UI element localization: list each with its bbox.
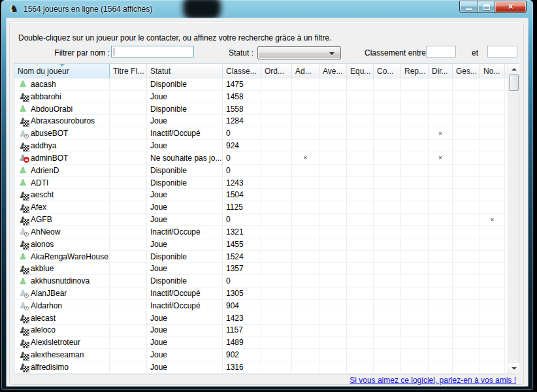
column-header-statut[interactable]: Statut	[147, 64, 223, 78]
pawn-playing-icon: ♟	[18, 325, 28, 335]
ranking-label: Classement entre	[365, 48, 426, 57]
player-name: AGFB	[31, 215, 52, 224]
close-button[interactable]: ✕	[495, 1, 527, 13]
column-header-titre[interactable]: Titre FI...	[110, 64, 147, 78]
column-header-no[interactable]: No...	[480, 64, 505, 78]
player-status: Disponible	[150, 105, 187, 114]
pawn-playing-icon: ♟	[18, 190, 28, 200]
column-header-equ[interactable]: Equ...	[347, 64, 374, 78]
table-row[interactable]: ♟abuseBOTInactif/Occupé0×	[14, 127, 519, 140]
pawn-available-icon: ♟	[18, 252, 28, 261]
scroll-up-button[interactable]	[508, 64, 519, 74]
player-rating: 0	[226, 154, 231, 163]
minimize-icon	[466, 8, 472, 10]
status-dropdown[interactable]	[257, 46, 341, 59]
column-header-label: Statut	[150, 67, 171, 76]
ranking-min-input[interactable]	[426, 46, 456, 57]
table-header: Nom du joueurTitre FI...StatutClasse...O…	[14, 64, 519, 78]
column-header-classe[interactable]: Classe...	[223, 64, 261, 78]
table-row[interactable]: ♟ADTIDisponible1243	[14, 177, 519, 189]
minimize-button[interactable]	[459, 1, 478, 13]
chess-knight-icon: ♞	[10, 3, 18, 14]
chessboard-badge-icon	[24, 146, 29, 151]
table-row[interactable]: ♟alfredisimoJoue1316	[14, 361, 519, 374]
table-row[interactable]: ♟akblueJoue1357	[14, 263, 519, 275]
chessboard-badge-icon	[24, 244, 29, 249]
table-row[interactable]: ♟AfexJoue1125	[14, 201, 519, 214]
table-row[interactable]: ♟AhNeowInactif/Occupé1321	[14, 226, 519, 238]
table-row[interactable]: ♟AdrienDDisponible0	[14, 165, 519, 177]
scroll-down-button[interactable]	[508, 363, 519, 374]
vertical-scrollbar[interactable]	[508, 64, 519, 374]
player-status: Joue	[150, 203, 167, 212]
table-row[interactable]: ♟addhyaJoue924	[14, 140, 519, 152]
table-row[interactable]: ♟AkaRengaWareHouseDisponible1524	[14, 251, 519, 263]
player-rating: 1284	[226, 116, 244, 125]
table-row[interactable]: ♟aeschtJoue1504	[14, 189, 519, 201]
close-icon: ✕	[508, 1, 513, 12]
player-rating: 904	[226, 301, 239, 310]
table-row[interactable]: ♟adminBOTNe souhaite pas jo...0××	[14, 152, 519, 165]
column-header-dir[interactable]: Dir...	[429, 64, 453, 78]
sort-indicator-icon	[59, 64, 65, 67]
table-row[interactable]: ♟AlanJBearInactif/Occupé1305	[14, 287, 519, 300]
player-status: Joue	[150, 190, 167, 199]
table-row[interactable]: ♟AbraxasouroburosJoue1284	[14, 115, 519, 127]
table-row[interactable]: ♟AldarhonInactif/Occupé904	[14, 300, 519, 312]
player-rating: 1157	[226, 325, 243, 335]
player-status: Ne souhaite pas jo...	[150, 154, 221, 163]
column-header-label: Titre FI...	[113, 67, 144, 76]
pawn-playing-icon: ♟	[18, 350, 28, 360]
table-row[interactable]: ♟abbarohiJoue1458	[14, 91, 519, 103]
player-rating: 0	[226, 276, 231, 286]
player-status: Disponible	[150, 178, 187, 188]
table-row[interactable]: ♟akkhusnutdinovaDisponible0	[14, 275, 519, 287]
x-mark: ×	[304, 154, 308, 161]
share-link[interactable]: Si vous aimez ce logiciel, parlez-en à v…	[350, 376, 516, 385]
table-row[interactable]: ♟alecastJoue1423	[14, 312, 519, 325]
column-header-co[interactable]: Co...	[374, 64, 401, 78]
column-header-ord[interactable]: Ord...	[261, 64, 292, 78]
player-status: Inactif/Occupé	[150, 289, 201, 298]
pawn-inactive-icon: ♟	[18, 288, 28, 298]
column-header-ad[interactable]: Ad...	[292, 64, 319, 78]
player-name: akkhusnutdinova	[31, 276, 90, 286]
title-bar[interactable]: ♞ 1564 joueurs en ligne (1564 affichés)	[1, 0, 533, 18]
table-row[interactable]: ♟alelocoJoue1157	[14, 325, 519, 337]
ranking-max-input[interactable]	[487, 46, 517, 57]
player-rating: 0	[226, 166, 231, 175]
pawn-playing-icon: ♟	[18, 239, 28, 249]
player-rating: 1504	[226, 190, 244, 199]
table-row[interactable]: ♟AlexisletroteurJoue1489	[14, 336, 519, 349]
table-row[interactable]: ♟AbdouOrabiDisponible1558	[14, 103, 519, 116]
column-header-ges[interactable]: Ges...	[453, 64, 480, 78]
chessboard-badge-icon	[24, 121, 29, 126]
player-status: Joue	[150, 314, 167, 323]
chessboard-badge-icon	[24, 207, 29, 212]
player-rating: 1489	[226, 338, 244, 347]
table-row[interactable]: ♟aionosJoue1455	[14, 238, 519, 251]
pawn-available-icon: ♟	[18, 276, 28, 286]
player-status: Joue	[150, 141, 167, 150]
pawn-playing-icon: ♟	[18, 116, 28, 126]
table-row[interactable]: ♟alextheseamanJoue902	[14, 349, 519, 361]
chessboard-badge-icon	[24, 367, 29, 372]
scrollbar-thumb[interactable]	[509, 74, 519, 91]
pawn-playing-icon: ♟	[18, 362, 28, 372]
column-header-ave[interactable]: Ave...	[319, 64, 347, 78]
column-header-rep[interactable]: Rep...	[401, 64, 429, 78]
table-row[interactable]: ♟aacashDisponible1475	[14, 78, 519, 91]
player-name: addhya	[31, 141, 56, 150]
maximize-button[interactable]	[478, 1, 495, 13]
filter-name-input[interactable]	[111, 46, 194, 57]
table-row[interactable]: ♟AGFBJoue0×	[14, 214, 519, 226]
player-name: AkaRengaWareHouse	[31, 252, 108, 261]
player-status: Joue	[150, 240, 167, 249]
column-header-name[interactable]: Nom du joueur	[14, 64, 110, 78]
player-rating: 1357	[226, 264, 244, 273]
player-rating: 1243	[226, 178, 244, 188]
ranking-max-field-wrap	[487, 46, 517, 57]
pawn-playing-icon: ♟	[18, 203, 28, 212]
clock-badge-icon	[24, 232, 29, 237]
arrow-down-icon	[512, 367, 517, 370]
